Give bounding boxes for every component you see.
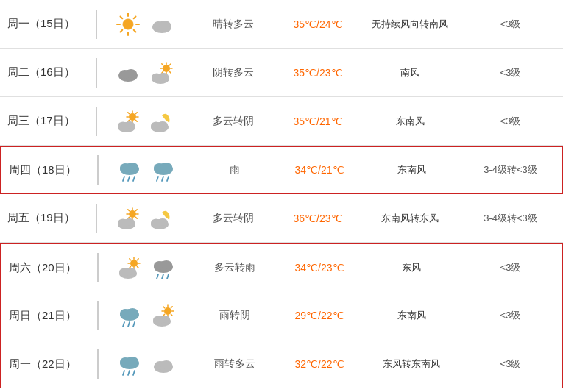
svg-line-100 [171,307,172,308]
svg-line-6 [134,29,136,32]
svg-line-109 [128,371,130,375]
svg-line-22 [169,63,171,65]
svg-point-26 [158,73,169,80]
svg-point-80 [126,268,136,275]
svg-line-34 [135,112,137,113]
temperature: 29℃/22℃ [275,310,364,321]
weather-icons [97,59,193,87]
svg-point-104 [160,316,170,323]
weather-icon-1 [114,10,142,38]
svg-line-45 [123,177,124,181]
weather-icon-2 [148,10,176,38]
svg-line-108 [123,371,124,375]
svg-point-93 [164,307,171,315]
day-label: 周六（20日） [1,261,97,275]
weather-row: 周一（22日） 雨转多云 32℃/22℃ 东风转东南风 <3级 [0,340,563,388]
temperature: 35℃/23℃ [274,67,362,79]
svg-line-21 [169,71,171,73]
wind-level: <3级 [459,309,562,322]
weather-icon-2 [149,302,177,329]
svg-line-90 [123,322,124,327]
temperature: 36℃/23℃ [274,213,362,224]
day-label: 周三（17日） [0,114,96,128]
temperature: 34℃/23℃ [275,262,364,274]
wind-level: 3-4级转<3级 [458,212,563,225]
day-label: 周日（21日） [1,309,97,323]
svg-line-86 [167,274,169,279]
weather-desc: 多云转阴 [193,212,274,225]
weather-icon-1 [114,59,142,87]
wind-level: <3级 [458,115,563,128]
svg-line-51 [157,177,158,181]
weather-desc: 多云转阴 [193,115,274,128]
weather-icons [97,107,193,135]
weather-icon-1 [114,204,142,232]
weather-row: 周日（21日） 雨转阴 29℃ [0,291,563,340]
svg-line-91 [128,322,130,327]
svg-line-23 [162,71,163,73]
weather-icons [99,350,194,378]
weather-icons [97,10,193,38]
svg-line-75 [137,266,138,268]
wind-level: <3级 [459,261,562,274]
svg-line-74 [130,259,131,260]
weather-desc: 雨转阴 [194,309,275,322]
day-label: 周一（22日） [1,357,97,371]
svg-line-101 [163,314,165,316]
wind-level: <3级 [458,18,563,31]
svg-line-77 [130,266,131,268]
svg-point-38 [124,121,135,129]
weather-row: 周六（20日） 多云转雨 34 [0,243,563,291]
svg-line-33 [135,120,137,121]
svg-line-35 [128,120,130,121]
svg-point-107 [127,357,138,366]
wind-direction: 东风 [364,261,459,274]
weather-icons [97,204,193,232]
svg-point-65 [124,218,135,226]
wind-level: <3级 [459,357,562,371]
wind-direction: 东南风 [362,115,458,128]
svg-line-92 [133,322,135,327]
weather-icon-1 [116,156,144,184]
weather-row: 周二（16日） 阴转多云 35℃/23℃ 南风 <3级 [0,49,563,97]
weather-icon-1 [114,107,142,135]
wind-direction: 东南风 [364,309,459,322]
weather-icon-2 [149,156,177,184]
temperature: 35℃/21℃ [274,115,362,127]
svg-line-99 [171,314,172,316]
svg-point-54 [129,210,136,218]
svg-line-61 [135,209,137,210]
wind-direction: 东南风转东风 [362,212,458,225]
temperature: 35℃/24℃ [274,18,362,30]
weather-icon-2 [148,204,176,232]
svg-line-60 [135,217,137,218]
svg-line-5 [121,16,123,18]
svg-line-46 [128,177,130,181]
temperature: 34℃/21℃ [275,164,364,176]
day-label: 周二（16日） [0,65,96,79]
weather-icon-1 [116,254,144,282]
weather-icon-1 [116,302,144,329]
wind-direction: 东风转东南风 [364,357,459,371]
weather-desc: 多云转雨 [194,261,275,274]
weather-desc: 雨 [194,163,275,177]
wind-direction: 南风 [362,66,458,79]
svg-line-20 [162,63,163,65]
wind-level: 3-4级转<3级 [459,163,562,177]
svg-line-59 [128,209,130,210]
svg-line-52 [162,177,163,181]
weather-icon-2 [149,350,177,378]
svg-line-47 [133,177,135,181]
weather-icon-2 [149,254,177,282]
day-label: 周五（19日） [0,211,96,225]
weather-row: 周四（18日） 雨 34℃/21℃ 东南风 3-4级转<3级 [0,146,563,194]
svg-point-11 [159,21,171,29]
weather-desc: 晴转多云 [193,18,274,31]
svg-line-85 [162,274,163,279]
weather-icons [99,254,194,282]
svg-point-113 [160,360,172,369]
svg-point-69 [130,260,138,267]
svg-point-83 [160,260,172,269]
weather-icons [99,302,194,329]
svg-line-32 [128,112,130,113]
